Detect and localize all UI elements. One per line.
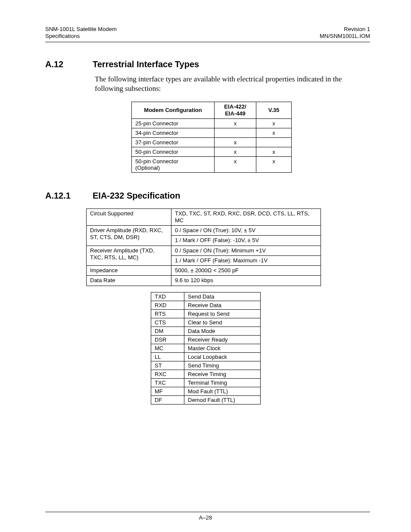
page-number: A–28 (0, 514, 411, 521)
intro-paragraph: The following interface types are availa… (95, 75, 370, 94)
table-row: Driver Amplitude (RXD, RXC, ST, CTS, DM,… (87, 226, 321, 236)
table-row: MFMod Fault (TTL) (151, 387, 261, 395)
table-row: 37-pin Connector x (132, 137, 292, 147)
table-row: Impedance 5000, ± 2000Ω < 2500 pF (87, 266, 321, 276)
table-row: RXDReceive Data (151, 301, 261, 309)
table-row: Receiver Amplitude (TXD, TXC, RTS, LL, M… (87, 246, 321, 255)
table-row: Circuit Supported TXD, TXC, ST, RXD, RXC… (87, 208, 321, 226)
header-left-line2: Specifications (45, 33, 80, 39)
table-row: 25-pin Connector x x (132, 118, 292, 128)
th-v35: V.35 (256, 102, 292, 118)
page: SNM-1001L Satellite Modem Specifications… (0, 0, 411, 532)
table-row: 50-pin Connector (Optional) x x (132, 156, 292, 172)
section-number: A.12.1 (45, 191, 93, 201)
eia232-spec-table: Circuit Supported TXD, TXC, ST, RXD, RXC… (86, 208, 321, 286)
section-title: Terrestrial Interface Types (93, 59, 199, 69)
table-row: 34-pin Connector x (132, 128, 292, 137)
header-left: SNM-1001L Satellite Modem Specifications (45, 26, 117, 40)
table-row: DSRReceiver Ready (151, 335, 261, 344)
section-title: EIA-232 Specification (93, 191, 180, 200)
th-eia422-449: EIA-422/ EIA-449 (215, 102, 256, 118)
table-row: DMData Mode (151, 327, 261, 335)
table-row: 50-pin Connector x x (132, 147, 292, 156)
section-number: A.12 (45, 59, 93, 69)
header-right-line2: MN/SNM1001L.IOM (320, 33, 370, 39)
header-rule (45, 42, 370, 42)
table-row: STSend Timing (151, 361, 261, 370)
footer-rule (45, 512, 370, 512)
section-heading-a12-1: A.12.1EIA-232 Specification (45, 191, 370, 201)
table-row: MCMaster Clock (151, 344, 261, 352)
section-heading-a12: A.12Terrestrial Interface Types (45, 59, 370, 69)
footer-rule-wrap (45, 510, 370, 512)
table-row: DFDemod Fault (TTL) (151, 395, 261, 404)
header-left-line1: SNM-1001L Satellite Modem (45, 26, 117, 32)
header-right-line1: Revision 1 (344, 26, 370, 32)
table-row: Data Rate 9.6 to 120 kbps (87, 276, 321, 286)
signal-abbrev-table: TXDSend Data RXDReceive Data RTSRequest … (151, 292, 261, 404)
table-row: TXCTerminal Timing (151, 378, 261, 387)
header-right: Revision 1 MN/SNM1001L.IOM (320, 26, 370, 40)
running-header: SNM-1001L Satellite Modem Specifications… (45, 26, 370, 40)
th-modem-config: Modem Configuration (132, 102, 215, 118)
table-row: CTSClear to Send (151, 318, 261, 327)
table-row: RTSRequest to Send (151, 309, 261, 318)
table-row: LLLocal Loopback (151, 352, 261, 361)
interface-types-table: Modem Configuration EIA-422/ EIA-449 V.3… (131, 102, 292, 172)
table-row: RXCReceive Timing (151, 370, 261, 378)
table-header-row: Modem Configuration EIA-422/ EIA-449 V.3… (132, 102, 292, 118)
table-row: TXDSend Data (151, 292, 261, 301)
